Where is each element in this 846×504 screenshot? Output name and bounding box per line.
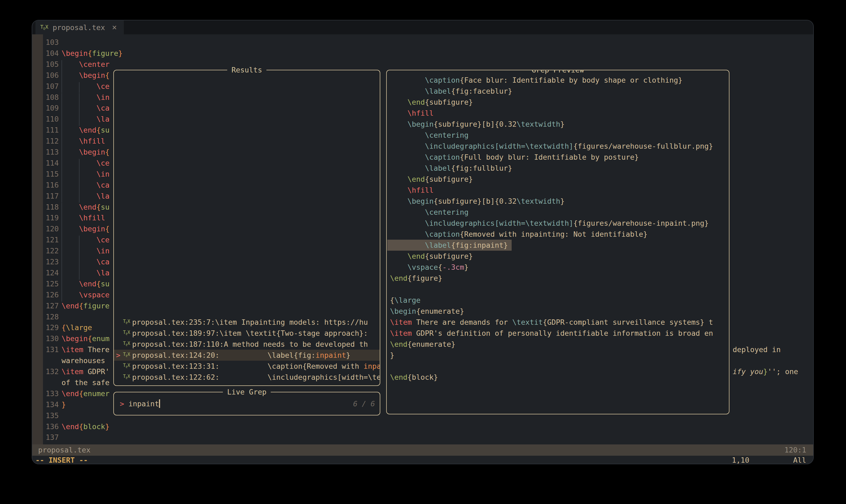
line-number: 133: [46, 390, 62, 398]
code-segment: {enumerate}: [408, 340, 455, 348]
line-number: 103: [46, 38, 62, 47]
tab-proposal-tex[interactable]: TEX proposal.tex ×: [35, 20, 124, 34]
buffer-row[interactable]: 105 \center: [32, 60, 813, 71]
scroll-position: All: [793, 456, 806, 464]
code-segment: inpa: [364, 362, 380, 370]
code-segment: \textwidth: [516, 197, 560, 205]
preview-line: \label{fig:inpaint}: [390, 240, 512, 251]
code-segment: {subfigure}: [425, 175, 473, 183]
buffer-line-text: \end{su: [62, 203, 109, 211]
code-segment: }: [346, 351, 350, 359]
results-list[interactable]: TEXproposal.tex:235:7:\item Inpainting m…: [114, 317, 380, 383]
line-number: 134: [46, 400, 62, 409]
line-number: 105: [46, 60, 62, 69]
preview-line: }: [390, 350, 394, 361]
line-number: 130: [46, 335, 62, 343]
tex-file-icon: TEX: [123, 341, 130, 346]
buffer-line-text: \ca: [62, 104, 109, 112]
code-segment: \hfill: [62, 214, 105, 222]
result-row[interactable]: TEXproposal.tex:187:110:A method needs t…: [114, 339, 380, 350]
tex-file-icon: TEX: [123, 352, 130, 357]
buffer-row[interactable]: 103: [32, 38, 813, 49]
code-segment: \label: [390, 164, 451, 172]
code-segment: -.3cm: [442, 263, 464, 271]
code-segment: \ce: [62, 236, 109, 244]
buffer-line-text: of the safe: [62, 378, 109, 387]
line-number: 107: [46, 82, 62, 90]
code-segment: \end: [390, 175, 425, 183]
code-segment: \la: [62, 115, 109, 123]
code-segment: \end: [62, 280, 97, 288]
code-segment: \vspace: [62, 291, 109, 299]
line-number: 132: [46, 367, 62, 376]
code-segment: \ca: [62, 258, 109, 266]
buffer-line-text: \la: [62, 192, 109, 200]
code-segment: enumer: [83, 390, 109, 398]
tex-file-icon: TEX: [123, 374, 130, 379]
result-text: proposal.tex:189:97:\item \textit{Two-st…: [132, 328, 368, 339]
code-segment: \end: [62, 302, 79, 310]
result-row[interactable]: TEXproposal.tex:235:7:\item Inpainting m…: [114, 317, 380, 328]
buffer-line-text: \end{su: [62, 280, 109, 288]
result-file-icon: TEX: [123, 349, 132, 361]
line-number: 110: [46, 115, 62, 123]
result-row[interactable]: TEXproposal.tex:123:31: \caption{Removed…: [114, 361, 380, 372]
line-number: 119: [46, 214, 62, 222]
code-segment: }: [118, 49, 122, 57]
line-number: 113: [46, 148, 62, 156]
tab-close-icon[interactable]: ×: [112, 23, 117, 31]
code-segment: \item: [62, 367, 83, 376]
code-segment: proposal.tex:189:97:\item \textit{Two-st…: [132, 329, 368, 337]
buffer-row[interactable]: 137: [32, 433, 813, 444]
code-segment: \end: [390, 373, 408, 381]
code-segment: \ca: [62, 104, 109, 112]
preview-line: \begin{enumerate}: [390, 306, 464, 317]
result-row[interactable]: >TEXproposal.tex:124:20: \label{fig:inpa…: [114, 350, 380, 361]
buffer-row[interactable]: 104\begin{figure}: [32, 49, 813, 60]
code-segment: \ca: [62, 181, 109, 189]
buffer-row[interactable]: 136\end{block}: [32, 422, 813, 433]
preview-line: \centering: [390, 206, 469, 218]
code-segment: \end: [62, 390, 79, 398]
code-segment: {figure}: [408, 274, 442, 282]
buffer-line-text: \in: [62, 170, 109, 178]
code-segment: {Full body blur: Identifiable by posture…: [460, 153, 639, 161]
line-number: 114: [46, 159, 62, 167]
matched-line-highlight: \label{fig:inpaint}: [387, 240, 512, 251]
line-number: 121: [46, 236, 62, 244]
grep-preview-panel: Grep Preview \caption{Face blur: Identif…: [386, 70, 729, 414]
code-segment: \large: [394, 296, 420, 304]
result-row[interactable]: TEXproposal.tex:122:62: \includegraphics…: [114, 372, 380, 383]
buffer-line-text: {\large: [62, 323, 92, 332]
code-segment: {fig:inpaint}: [451, 241, 508, 249]
code-segment: \end: [62, 203, 97, 211]
match-counter: 6 / 6: [353, 400, 375, 408]
tex-file-icon: TEX: [123, 319, 130, 324]
code-segment: \label: [390, 241, 451, 249]
code-segment: {: [79, 422, 83, 431]
line-number: 108: [46, 93, 62, 102]
code-segment: \hfill: [62, 137, 105, 145]
code-segment: su: [101, 203, 109, 211]
buffer-line-text: \center: [62, 60, 109, 69]
code-segment: }: [105, 422, 109, 431]
buffer-line-text: \end{figure: [62, 302, 109, 310]
buffer-text-fragment: deployed in: [733, 345, 781, 354]
code-segment: {: [105, 148, 109, 156]
code-segment: enum: [92, 335, 109, 343]
code-segment: \in: [62, 93, 109, 102]
result-text: proposal.tex:235:7:\item Inpainting mode…: [132, 317, 368, 328]
buffer-line-text: \hfill: [62, 214, 105, 222]
code-segment: \end: [62, 422, 79, 431]
code-segment: ify you: [733, 367, 763, 376]
buffer-line-text: \end{su: [62, 126, 109, 134]
code-segment: \in: [62, 170, 109, 178]
code-segment: \large: [66, 323, 92, 332]
preview-line: \caption{Removed with inpainting: Not id…: [390, 229, 648, 240]
statusline-position: 120:1: [784, 445, 806, 456]
preview-line: \hfill: [390, 185, 434, 196]
code-segment: \begin: [390, 307, 416, 315]
result-row[interactable]: TEXproposal.tex:189:97:\item \textit{Two…: [114, 328, 380, 339]
live-grep-input[interactable]: > inpaint 6 / 6: [114, 392, 380, 415]
code-segment: \end: [390, 340, 408, 348]
